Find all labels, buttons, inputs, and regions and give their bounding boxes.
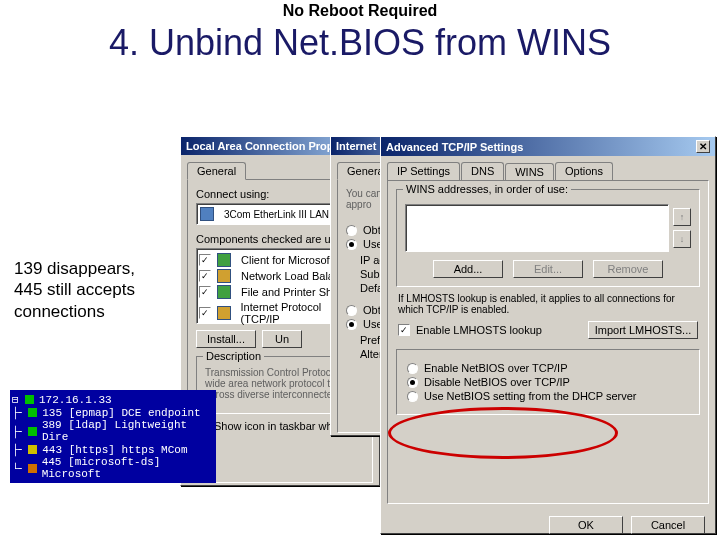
uninstall-button[interactable]: Un [262,330,302,348]
fps-icon [217,285,231,299]
description-label: Description [203,350,264,362]
dialog3-title: Advanced TCP/IP Settings [386,141,523,153]
enable-netbios-radio[interactable] [407,363,418,374]
dhcp-netbios-label: Use NetBIOS setting from the DHCP server [424,390,637,402]
enable-netbios-label: Enable NetBIOS over TCP/IP [424,362,567,374]
tab-dns[interactable]: DNS [461,162,504,180]
disable-netbios-label: Disable NetBIOS over TCP/IP [424,376,570,388]
tab-options[interactable]: Options [555,162,613,180]
slide-annotation: 139 disappears, 445 still accepts connec… [14,258,164,322]
port-row: 443 [https] https MCom [42,444,187,456]
move-up-button[interactable]: ↑ [673,208,691,226]
port-row: 135 [epmap] DCE endpoint [42,407,200,419]
tcpip-icon [217,306,231,320]
cancel-button[interactable]: Cancel [631,516,705,534]
adapter-icon [200,207,214,221]
wins-addresses-label: WINS addresses, in order of use: [403,183,571,195]
close-icon[interactable]: ✕ [696,140,710,153]
advanced-tcpip-dialog: Advanced TCP/IP Settings ✕ IP Settings D… [380,136,716,534]
slide-subtitle: No Reboot Required [0,2,720,20]
edit-button[interactable]: Edit... [513,260,583,278]
nlb-icon [217,269,231,283]
obtain-dns-radio[interactable] [346,305,357,316]
checkbox-icon[interactable]: ✓ [199,286,211,298]
add-button[interactable]: Add... [433,260,503,278]
slide-title: 4. Unbind Net.BIOS from WINS [0,22,720,64]
move-down-button[interactable]: ↓ [673,230,691,248]
client-icon [217,253,231,267]
dhcp-netbios-radio[interactable] [407,391,418,402]
checkbox-icon[interactable]: ✓ [199,270,211,282]
use-ip-radio[interactable] [346,239,357,250]
install-button[interactable]: Install... [196,330,256,348]
tab-wins[interactable]: WINS [505,163,554,181]
obtain-ip-radio[interactable] [346,225,357,236]
port-status-icon [28,408,37,417]
port-status-icon [28,445,37,454]
host-status-icon [25,395,34,404]
host-ip: 172.16.1.33 [39,394,112,406]
port-status-icon [28,464,36,473]
port-scan-output: ⊟172.16.1.33 ├╴135 [epmap] DCE endpoint … [10,390,216,483]
lmhosts-checkbox[interactable]: ✓ [398,324,410,336]
disable-netbios-radio[interactable] [407,377,418,388]
tab-ip-settings[interactable]: IP Settings [387,162,460,180]
ok-button[interactable]: OK [549,516,623,534]
tab-general-1[interactable]: General [187,162,246,180]
remove-button[interactable]: Remove [593,260,663,278]
enable-lmhosts-label: Enable LMHOSTS lookup [416,324,542,336]
checkbox-icon[interactable]: ✓ [199,307,211,319]
wins-address-list[interactable] [405,204,669,252]
lmhosts-note: If LMHOSTS lookup is enabled, it applies… [398,293,698,315]
port-row: 389 [ldap] Lightweight Dire [42,419,214,443]
use-dns-radio[interactable] [346,319,357,330]
highlight-circle [388,407,618,459]
adapter-name: 3Com EtherLink III LAN P [224,209,339,220]
dialog1-title: Local Area Connection Propert [186,140,348,152]
import-lmhosts-button[interactable]: Import LMHOSTS... [588,321,698,339]
port-status-icon [28,427,37,436]
dialog3-titlebar[interactable]: Advanced TCP/IP Settings ✕ [381,137,715,156]
checkbox-icon[interactable]: ✓ [199,254,211,266]
port-row: 445 [microsoft-ds] Microsoft [42,456,214,480]
